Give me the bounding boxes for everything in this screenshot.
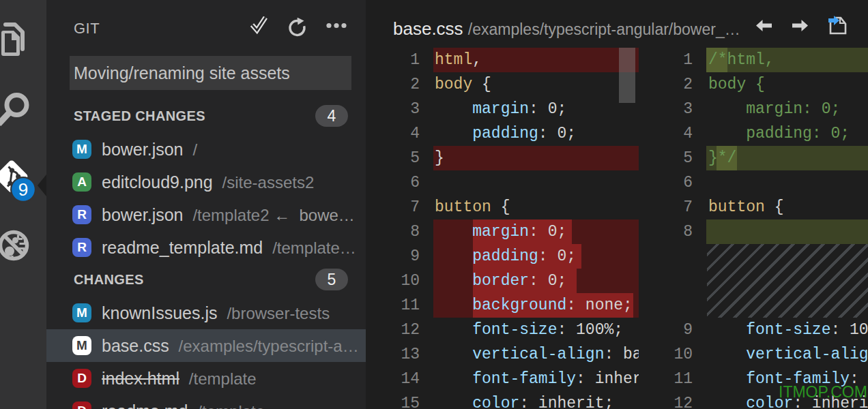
svg-text:9: 9 — [18, 179, 28, 200]
